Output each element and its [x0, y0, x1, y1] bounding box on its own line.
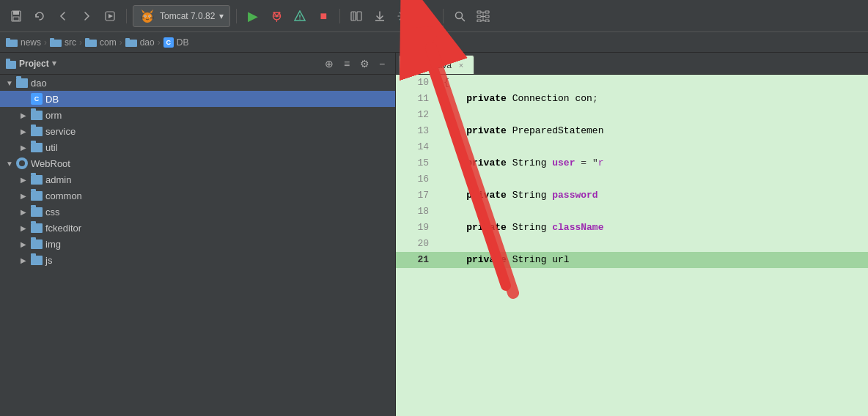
- expand-arrow: ▶: [21, 127, 28, 135]
- hierarchy-button[interactable]: [473, 6, 493, 26]
- breadcrumb-com[interactable]: com: [85, 37, 117, 48]
- breadcrumb: news › src › com › dao › C DB: [0, 32, 868, 53]
- tab-close-button[interactable]: ×: [456, 60, 466, 70]
- code-line-12: [436, 107, 868, 123]
- expand-arrow: ▶: [21, 240, 28, 248]
- forward-button[interactable]: [76, 6, 97, 26]
- panel-dropdown-arrow: ▾: [52, 59, 56, 68]
- folder-icon: [50, 38, 62, 47]
- main-area: Project ▾ ⊕ ≡ ⚙ − ▼ dao: [0, 53, 868, 416]
- svg-marker-11: [150, 10, 153, 13]
- svg-rect-42: [485, 15, 489, 18]
- svg-point-8: [144, 15, 146, 17]
- toolbar-sep-3: [339, 9, 340, 23]
- tree-item-db[interactable]: C DB: [0, 91, 395, 107]
- line-num-11: 11: [396, 91, 436, 107]
- code-content[interactable]: { private Connection con; private Prepar…: [436, 75, 868, 416]
- svg-rect-55: [125, 38, 130, 41]
- line-num-17: 17: [396, 187, 436, 204]
- editor-tab-db[interactable]: C DB.java ×: [399, 55, 474, 74]
- tomcat-dropdown[interactable]: Tomcat 7.0.82 ▾: [133, 5, 230, 27]
- sdk-button[interactable]: [346, 6, 367, 26]
- code-line-19: private String className: [436, 220, 868, 236]
- expand-arrow: ▼: [6, 160, 13, 168]
- coverage-button[interactable]: [290, 6, 310, 26]
- tree-item-dao[interactable]: ▼ dao: [0, 75, 395, 91]
- breadcrumb-db[interactable]: C DB: [163, 37, 189, 48]
- line-num-16: 16: [396, 171, 436, 187]
- search-button[interactable]: [449, 6, 470, 26]
- gear-button[interactable]: ⚙: [357, 56, 372, 71]
- tree-item-label: css: [45, 207, 60, 218]
- folder-icon: [31, 175, 43, 185]
- folder-icon: [31, 143, 43, 152]
- collapse-button[interactable]: ≡: [339, 56, 354, 71]
- svg-rect-1: [13, 11, 19, 15]
- tree-item-label: DB: [45, 94, 59, 105]
- folder-icon: [125, 38, 137, 47]
- hide-button[interactable]: −: [375, 56, 389, 71]
- stop-button[interactable]: ■: [313, 6, 334, 26]
- expand-arrow: ▼: [6, 79, 13, 87]
- c-file-icon: C: [163, 37, 174, 48]
- tree-item-js[interactable]: ▶ js: [0, 252, 395, 268]
- code-line-13: private PreparedStatemen: [436, 123, 868, 139]
- svg-point-20: [278, 12, 280, 14]
- svg-marker-4: [108, 14, 113, 18]
- code-line-17: private String password: [436, 187, 868, 204]
- breadcrumb-src[interactable]: src: [50, 37, 76, 48]
- structure-button[interactable]: [416, 6, 437, 26]
- code-line-21: private String url: [436, 252, 868, 268]
- run-button[interactable]: ▶: [243, 6, 263, 26]
- line-num-20: 20: [396, 236, 436, 252]
- c-file-icon: C: [31, 93, 43, 105]
- undo-button[interactable]: [29, 6, 50, 26]
- expand-arrow: ▶: [21, 192, 28, 200]
- back-button[interactable]: [53, 6, 73, 26]
- code-line-20: [436, 236, 868, 252]
- code-editor[interactable]: 10 11 12 13 14 15 16 17 18 19 20 21 { pr…: [396, 75, 868, 416]
- tomcat-icon: [139, 8, 155, 24]
- expand-arrow: ▶: [21, 144, 28, 152]
- project-icon: [6, 59, 16, 69]
- tree-item-css[interactable]: ▶ css: [0, 204, 395, 220]
- svg-line-37: [462, 18, 465, 21]
- svg-marker-10: [141, 10, 145, 13]
- folder-icon: [16, 78, 28, 88]
- tree-item-util[interactable]: ▶ util: [0, 139, 395, 155]
- tab-c-icon: C: [407, 60, 416, 70]
- folder-icon: [31, 223, 43, 233]
- tree-item-webroot[interactable]: ▼ WebRoot: [0, 155, 395, 171]
- save-button[interactable]: [6, 6, 26, 26]
- editor-panel: C DB.java × 10 11 12 13 14 15 16 17 18 1: [396, 53, 868, 416]
- tomcat-dropdown-arrow: ▾: [219, 11, 224, 21]
- svg-rect-39: [477, 15, 481, 18]
- locate-button[interactable]: ⊕: [322, 56, 336, 71]
- expand-arrow: ▶: [21, 256, 28, 264]
- expand-arrow: ▶: [21, 224, 28, 232]
- breadcrumb-dao[interactable]: dao: [125, 37, 155, 48]
- tomcat-label: Tomcat 7.0.82: [160, 11, 215, 21]
- main-toolbar: Tomcat 7.0.82 ▾ ▶ ■: [0, 0, 868, 32]
- panel-title: Project ▾: [6, 59, 316, 69]
- breadcrumb-news[interactable]: news: [6, 37, 41, 48]
- webroot-icon: [16, 157, 28, 169]
- expand-arrow: ▶: [21, 208, 28, 216]
- code-line-18: [436, 204, 868, 220]
- tree-item-service[interactable]: ▶ service: [0, 123, 395, 139]
- debug-button[interactable]: [266, 6, 287, 26]
- line-num-21: 21: [396, 252, 436, 268]
- download-button[interactable]: [369, 6, 390, 26]
- folder-icon: [85, 38, 97, 47]
- tree-item-img[interactable]: ▶ img: [0, 236, 395, 252]
- tree-item-fckeditor[interactable]: ▶ fckeditor: [0, 220, 395, 236]
- tree-item-orm[interactable]: ▶ orm: [0, 107, 395, 123]
- tree-item-admin[interactable]: ▶ admin: [0, 171, 395, 187]
- run-config-button[interactable]: [100, 6, 120, 26]
- tree-item-label: service: [45, 126, 76, 137]
- settings-button[interactable]: [393, 6, 413, 26]
- line-num-15: 15: [396, 155, 436, 171]
- tree-item-common[interactable]: ▶ common: [0, 187, 395, 204]
- toolbar-sep-4: [443, 9, 444, 23]
- tree-item-label: dao: [31, 78, 47, 89]
